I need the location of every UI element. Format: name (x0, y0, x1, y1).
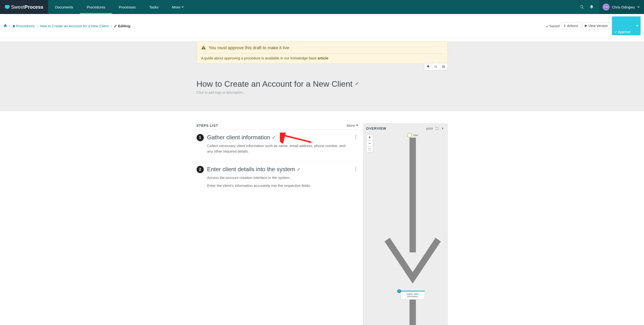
alert-article-link[interactable]: article (318, 56, 328, 60)
page-title-row: How to Create an Account for a New Clien… (196, 79, 448, 88)
logo-icon (5, 5, 10, 9)
flow-arrow-icon (381, 138, 444, 291)
step-number: 1 (196, 134, 204, 141)
alert-title: You must approve this draft to make it l… (209, 46, 290, 50)
globe-button[interactable] (440, 63, 448, 70)
breadcrumb-bar: › Procedures › How to Create an Account … (0, 14, 644, 38)
crumb-editing: Editing (118, 24, 130, 28)
zoom-fit-button[interactable] (366, 146, 373, 152)
approve-dropdown[interactable] (634, 17, 640, 35)
document-icon (12, 24, 16, 28)
overview-zoom: + − (366, 134, 373, 152)
fullscreen-icon[interactable] (435, 127, 439, 130)
step-kebab-menu[interactable]: ⋮ (353, 166, 358, 172)
avatar: CO (603, 4, 610, 10)
approve-button[interactable]: Approve (612, 16, 640, 35)
alert-subtext: A guide about approving a procedure is a… (201, 56, 318, 60)
step-title[interactable]: Enter client details into the system (207, 166, 358, 173)
bell-icon[interactable] (587, 5, 596, 9)
sub-actions: Saved Actions View Version Approve (546, 16, 640, 35)
step-title[interactable]: Gather client information (207, 134, 358, 141)
brand-bold: Process (25, 4, 44, 10)
sort-button[interactable] (432, 63, 440, 70)
brand-logo[interactable]: SweetProcess (0, 0, 48, 14)
step-number: 2 (196, 166, 204, 173)
notify-button[interactable] (424, 63, 432, 70)
pencil-icon (114, 24, 118, 28)
overview-panel: OVERVIEW print + − Start 1 Gather client… (363, 124, 448, 325)
overview-title: OVERVIEW (366, 126, 386, 130)
nav-procedures[interactable]: Procedures (80, 0, 112, 14)
steps-list-title: STEPS LIST (196, 124, 218, 128)
warning-icon (201, 45, 206, 51)
chevron-down-icon (636, 25, 638, 26)
chevron-down-icon (356, 125, 358, 126)
title-action-group (424, 63, 448, 70)
brand-light: Sweet (11, 4, 25, 10)
header-area: You must approve this draft to make it l… (0, 41, 644, 111)
nav-documents[interactable]: Documents (48, 0, 80, 14)
main-content: STEPS LIST More 1 Gather client informat… (194, 124, 450, 325)
nav-processes[interactable]: Processes (112, 0, 142, 14)
zoom-out-button[interactable]: − (366, 140, 373, 146)
approve-alert: You must approve this draft to make it l… (196, 41, 448, 64)
step-item: 1 Gather client information Collect nece… (196, 130, 358, 162)
top-nav: SweetProcess Documents Procedures Proces… (0, 0, 644, 14)
steps-column: STEPS LIST More 1 Gather client informat… (196, 124, 358, 325)
nav-more[interactable]: More (165, 0, 190, 14)
steps-more-menu[interactable]: More (346, 124, 358, 128)
zoom-in-button[interactable]: + (366, 134, 373, 140)
flow-start: Start (407, 133, 418, 138)
flow-node[interactable]: 1 Gather client information (400, 291, 425, 300)
step-description: Access the account creation interface in… (207, 175, 350, 188)
step-description: Collect necessary client information suc… (207, 143, 350, 154)
search-icon[interactable] (577, 5, 587, 9)
flowchart: Start 1 Gather client information 2 Ente… (381, 133, 444, 325)
flow-start-circle (407, 133, 412, 138)
nav-tasks[interactable]: Tasks (142, 0, 165, 14)
overview-print[interactable]: print (426, 126, 433, 130)
steps-header: STEPS LIST More (196, 124, 358, 130)
pencil-icon[interactable] (297, 168, 300, 171)
nav-items: Documents Procedures Processes Tasks Mor… (48, 0, 190, 14)
user-menu[interactable]: CO Chris Odogwu (599, 0, 644, 14)
actions-button[interactable]: Actions (561, 22, 581, 29)
edit-title-icon[interactable] (352, 82, 359, 86)
saved-status: Saved (546, 24, 560, 28)
user-name: Chris Odogwu (612, 5, 635, 9)
crumb-procedures[interactable]: Procedures (16, 24, 35, 28)
home-icon[interactable] (4, 24, 7, 28)
chevron-right-icon[interactable] (441, 127, 444, 130)
page-title[interactable]: How to Create an Account for a New Clien… (196, 79, 352, 88)
chevron-down-icon (637, 6, 640, 8)
tags-description[interactable]: Click to add tags or description... (196, 90, 448, 94)
nav-right: CO Chris Odogwu (577, 0, 644, 14)
step-item: 2 Enter client details into the system A… (196, 162, 358, 196)
chevron-down-icon (181, 6, 184, 8)
step-kebab-menu[interactable]: ⋮ (353, 134, 358, 140)
pencil-icon[interactable] (272, 136, 276, 139)
flow-arrow-icon (381, 300, 444, 325)
view-version-button[interactable]: View Version (582, 22, 610, 29)
crumb-title[interactable]: How to Create an Account for a New Clien… (40, 24, 109, 28)
